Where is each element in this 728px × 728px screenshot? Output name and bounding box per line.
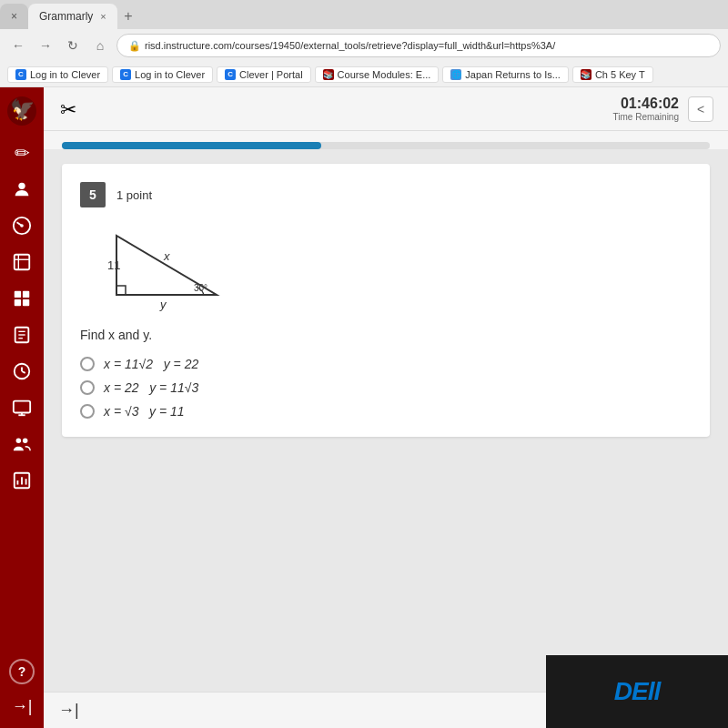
timer-value: 01:46:02 (613, 96, 679, 112)
refresh-btn[interactable]: ↻ (62, 35, 84, 56)
answer-choice-c[interactable]: x = √3 y = 11 (80, 404, 692, 419)
forward-btn[interactable]: → (35, 35, 56, 56)
quiz-header: ✂ 01:46:02 Time Remaining < (44, 87, 728, 131)
address-text: risd.instructure.com/courses/19450/exter… (145, 40, 555, 51)
tab-inactive[interactable]: × (0, 4, 28, 29)
next-arrow-icon: →| (58, 701, 79, 720)
back-btn[interactable]: ← (7, 35, 29, 56)
question-header: 5 1 point (80, 182, 692, 207)
answer-text-a: x = 11√2 y = 22 (104, 357, 198, 371)
speedometer-svg (12, 216, 32, 236)
tab-bar: × Grammarly × + (0, 0, 728, 29)
svg-point-4 (20, 224, 24, 228)
question-card: 5 1 point 11 x y (62, 164, 710, 437)
home-btn[interactable]: ⌂ (89, 35, 111, 56)
answer-choices: x = 11√2 y = 22 x = 22 y = 11√3 x = √3 y… (80, 357, 692, 419)
svg-text:✂: ✂ (60, 98, 76, 121)
tab-grammarly-label: Grammarly (39, 10, 93, 23)
svg-line-18 (22, 371, 25, 373)
bookmark-japan[interactable]: 🌐 Japan Returns to Is... (442, 66, 569, 83)
clever-icon-1: C (15, 69, 26, 80)
sidebar: 🦅 ✏ (0, 87, 44, 728)
svg-rect-5 (15, 255, 30, 270)
expand-nav-icon[interactable]: →| (7, 692, 36, 721)
bookmark-portal-label: Clever | Portal (239, 69, 303, 80)
tab-close-btn[interactable]: × (100, 11, 106, 22)
help-nav-icon[interactable]: ? (9, 659, 35, 684)
answer-text-c: x = √3 y = 11 (104, 404, 185, 419)
quiz-logo-svg: ✂ (58, 96, 84, 122)
svg-rect-8 (15, 291, 21, 298)
bookmark-course[interactable]: 📚 Course Modules: E... (315, 66, 440, 83)
svg-point-23 (23, 439, 27, 444)
bookmark-course-label: Course Modules: E... (338, 69, 431, 80)
people-nav-icon[interactable] (7, 430, 36, 459)
progress-container (44, 131, 728, 149)
bookmark-clever-2-label: Log in to Clever (135, 69, 205, 80)
question-text: Find x and y. (80, 328, 692, 342)
reports-nav-icon[interactable] (7, 466, 36, 495)
svg-rect-19 (14, 401, 30, 413)
tab-grammarly[interactable]: Grammarly × (28, 4, 117, 29)
svg-text:11: 11 (107, 258, 120, 272)
svg-rect-11 (23, 299, 29, 306)
clever-icon-2: C (120, 69, 131, 80)
radio-c[interactable] (80, 404, 95, 419)
svg-rect-9 (23, 291, 29, 298)
grid-nav-icon[interactable] (7, 284, 36, 313)
quiz-timer: 01:46:02 Time Remaining (613, 96, 679, 122)
triangle-container: 11 x y 30° (98, 222, 262, 313)
browser-chrome: × Grammarly × + ← → ↻ ⌂ 🔒 risd.instructu… (0, 0, 728, 87)
triangle-svg: 11 x y 30° (98, 222, 262, 313)
new-tab-btn[interactable]: + (117, 5, 139, 27)
timer-label: Time Remaining (613, 112, 679, 122)
radio-b[interactable] (80, 380, 95, 395)
progress-bar-fill (62, 142, 321, 149)
quiz-header-left: ✂ (58, 96, 84, 122)
tab-label: × (11, 10, 17, 23)
book-svg (12, 252, 32, 272)
bookmark-clever-2[interactable]: C Log in to Clever (112, 66, 213, 83)
dell-logo: DEll (614, 677, 660, 706)
reports-svg (12, 470, 32, 490)
bookmark-clever-1[interactable]: C Log in to Clever (7, 66, 108, 83)
svg-text:y: y (159, 298, 167, 311)
courses-nav-icon[interactable] (7, 248, 36, 277)
answer-choice-a[interactable]: x = 11√2 y = 22 (80, 357, 692, 371)
address-input[interactable]: 🔒 risd.instructure.com/courses/19450/ext… (116, 34, 721, 57)
grid-svg (12, 288, 32, 308)
bookmark-ch5[interactable]: 📚 Ch 5 Key T (572, 66, 653, 83)
pages-svg (12, 325, 32, 345)
question-number: 5 (80, 182, 106, 207)
user-nav-icon[interactable] (7, 175, 36, 204)
radio-a[interactable] (80, 357, 95, 371)
bookmark-japan-label: Japan Returns to Is... (465, 69, 561, 80)
progress-bar-bg (62, 142, 710, 149)
address-bar-row: ← → ↻ ⌂ 🔒 risd.instructure.com/courses/1… (0, 29, 728, 62)
clock-nav-icon[interactable] (7, 357, 36, 386)
dell-area: DEll (546, 655, 728, 728)
bookmarks-bar: C Log in to Clever C Log in to Clever C … (0, 62, 728, 87)
ch5-icon: 📚 (581, 69, 592, 80)
svg-rect-30 (116, 286, 126, 295)
pencil-icon[interactable]: ✏ (7, 138, 36, 167)
logo-svg: 🦅 (6, 96, 37, 126)
monitor-nav-icon[interactable] (7, 393, 36, 422)
bookmark-ch5-label: Ch 5 Key T (595, 69, 645, 80)
pages-nav-icon[interactable] (7, 320, 36, 349)
collapse-btn[interactable]: < (688, 96, 713, 122)
svg-text:30°: 30° (194, 283, 207, 293)
answer-text-b: x = 22 y = 11√3 (104, 380, 198, 395)
dashboard-nav-icon[interactable] (7, 211, 36, 240)
monitor-svg (12, 398, 32, 418)
portal-icon: C (225, 69, 236, 80)
people-svg (12, 434, 32, 454)
answer-choice-b[interactable]: x = 22 y = 11√3 (80, 380, 692, 395)
clock-svg (12, 361, 32, 381)
svg-text:x: x (163, 249, 170, 263)
bookmark-portal[interactable]: C Clever | Portal (217, 66, 311, 83)
svg-point-2 (18, 183, 25, 189)
next-btn[interactable]: →| (58, 701, 79, 720)
svg-point-22 (16, 439, 21, 444)
bookmark-clever-1-label: Log in to Clever (30, 69, 100, 80)
